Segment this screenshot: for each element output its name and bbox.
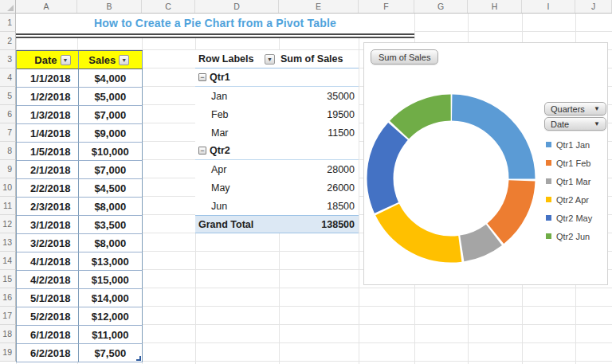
- sales-cell[interactable]: $7,000: [79, 161, 143, 179]
- pivot-value[interactable]: 138500: [279, 219, 359, 230]
- sales-cell[interactable]: $5,000: [79, 88, 143, 106]
- donut-chart[interactable]: [365, 92, 537, 264]
- pivot-label[interactable]: Jun: [211, 201, 227, 212]
- legend-item-qtr1-mar[interactable]: Qtr1 Mar: [546, 172, 592, 190]
- column-header-d[interactable]: D: [195, 0, 279, 13]
- row-header-16[interactable]: 16: [0, 288, 16, 307]
- filter-dropdown-icon[interactable]: ▼: [61, 55, 71, 65]
- pivot-label[interactable]: Qtr2: [210, 145, 230, 156]
- date-cell[interactable]: 5/2/2018: [17, 307, 79, 326]
- column-header-e[interactable]: E: [279, 0, 359, 13]
- row-header-17[interactable]: 17: [0, 307, 16, 325]
- pivot-value[interactable]: 19500: [279, 109, 359, 120]
- row-header-1[interactable]: 1: [0, 14, 16, 32]
- pivot-value[interactable]: 11500: [279, 127, 359, 139]
- sales-cell[interactable]: $8,000: [79, 234, 143, 252]
- date-cell[interactable]: 5/1/2018: [17, 289, 79, 307]
- sales-cell[interactable]: $13,000: [79, 252, 143, 271]
- pivot-label[interactable]: Qtr1: [210, 72, 230, 83]
- row-header-12[interactable]: 12: [0, 215, 16, 233]
- pivot-label[interactable]: Apr: [211, 164, 226, 175]
- sales-cell[interactable]: $9,000: [79, 124, 143, 143]
- row-labels-header[interactable]: Row Labels: [198, 53, 253, 65]
- legend-item-qtr1-jan[interactable]: Qtr1 Jan: [546, 135, 592, 154]
- date-cell[interactable]: 1/5/2018: [17, 143, 79, 161]
- pivot-value[interactable]: 28000: [279, 164, 359, 175]
- sales-cell[interactable]: $7,500: [79, 344, 143, 362]
- row-header-11[interactable]: 11: [0, 197, 16, 215]
- date-field-button[interactable]: Date ▼: [544, 117, 606, 131]
- row-header-15[interactable]: 15: [0, 270, 16, 288]
- date-cell[interactable]: 1/4/2018: [17, 124, 79, 143]
- pivot-label[interactable]: May: [211, 182, 230, 194]
- sales-column-header[interactable]: Sales ▼: [79, 51, 143, 69]
- legend-label: Qtr1 Jan: [556, 140, 590, 150]
- sales-cell[interactable]: $10,000: [79, 143, 143, 161]
- sales-cell[interactable]: $14,000: [79, 289, 143, 307]
- date-cell[interactable]: 1/1/2018: [17, 69, 79, 88]
- date-cell[interactable]: 6/2/2018: [17, 344, 79, 362]
- sales-cell[interactable]: $15,000: [79, 271, 143, 289]
- date-cell[interactable]: 1/2/2018: [17, 88, 79, 106]
- row-header-2[interactable]: 2: [0, 32, 16, 50]
- row-header-3[interactable]: 3: [0, 50, 16, 68]
- date-cell[interactable]: 3/1/2018: [17, 216, 79, 234]
- pivot-label[interactable]: Grand Total: [198, 219, 253, 230]
- column-header-b[interactable]: B: [77, 0, 142, 13]
- pivot-chart-area[interactable]: Sum of Sales Quarters ▼ Date ▼ Qtr1 JanQ…: [363, 42, 608, 285]
- date-column-header[interactable]: Date ▼: [17, 51, 79, 69]
- legend-item-qtr2-may[interactable]: Qtr2 May: [546, 209, 592, 227]
- row-header-18[interactable]: 18: [0, 325, 16, 343]
- date-cell[interactable]: 1/3/2018: [17, 106, 79, 124]
- row-header-13[interactable]: 13: [0, 233, 16, 252]
- date-cell[interactable]: 2/3/2018: [17, 198, 79, 216]
- row-header-4[interactable]: 4: [0, 68, 16, 87]
- sales-cell[interactable]: $7,000: [79, 106, 143, 124]
- pivot-value[interactable]: 35000: [279, 91, 359, 102]
- pivot-label[interactable]: Mar: [211, 127, 229, 139]
- collapse-icon[interactable]: −: [198, 73, 206, 81]
- pivot-label[interactable]: Feb: [211, 109, 229, 120]
- collapse-icon[interactable]: −: [198, 147, 206, 155]
- column-header-c[interactable]: C: [142, 0, 195, 13]
- sales-cell[interactable]: $8,000: [79, 198, 143, 216]
- sales-cell[interactable]: $11,000: [79, 326, 143, 344]
- row-header-7[interactable]: 7: [0, 123, 16, 142]
- pivot-value[interactable]: 26000: [279, 182, 359, 194]
- quarters-field-button[interactable]: Quarters ▼: [544, 102, 606, 115]
- filter-dropdown-icon[interactable]: ▼: [119, 55, 129, 65]
- row-header-6[interactable]: 6: [0, 105, 16, 123]
- select-all-corner[interactable]: [0, 0, 16, 13]
- pivot-value[interactable]: 18500: [279, 201, 359, 212]
- column-header-g[interactable]: G: [414, 0, 468, 13]
- table-resize-handle[interactable]: [136, 356, 141, 361]
- row-header-5[interactable]: 5: [0, 87, 16, 105]
- column-header-f[interactable]: F: [359, 0, 414, 13]
- row-header-10[interactable]: 10: [0, 178, 16, 197]
- column-header-h[interactable]: H: [468, 0, 522, 13]
- column-header-a[interactable]: A: [16, 0, 77, 13]
- date-cell[interactable]: 4/2/2018: [17, 271, 79, 289]
- legend-item-qtr2-jun[interactable]: Qtr2 Jun: [546, 227, 592, 245]
- sales-cell[interactable]: $12,000: [79, 307, 143, 326]
- legend-item-qtr2-apr[interactable]: Qtr2 Apr: [546, 190, 592, 209]
- date-cell[interactable]: 4/1/2018: [17, 252, 79, 271]
- date-cell[interactable]: 6/1/2018: [17, 326, 79, 344]
- row-header-9[interactable]: 9: [0, 160, 16, 178]
- row-header-8[interactable]: 8: [0, 142, 16, 160]
- sales-cell[interactable]: $4,000: [79, 69, 143, 88]
- date-cell[interactable]: 3/2/2018: [17, 234, 79, 252]
- column-header-i[interactable]: I: [522, 0, 575, 13]
- sum-of-sales-header[interactable]: Sum of Sales: [279, 53, 359, 65]
- date-cell[interactable]: 2/2/2018: [17, 179, 79, 198]
- sales-cell[interactable]: $4,500: [79, 179, 143, 198]
- row-labels-dropdown-icon[interactable]: ▼: [265, 54, 275, 65]
- pivot-label[interactable]: Jan: [211, 91, 227, 102]
- sales-cell[interactable]: $3,500: [79, 216, 143, 234]
- legend-item-qtr1-feb[interactable]: Qtr1 Feb: [546, 154, 592, 172]
- column-header-j[interactable]: J: [575, 0, 612, 13]
- date-cell[interactable]: 2/1/2018: [17, 161, 79, 179]
- row-header-19[interactable]: 19: [0, 343, 16, 362]
- value-field-button[interactable]: Sum of Sales: [371, 49, 438, 65]
- row-header-14[interactable]: 14: [0, 252, 16, 270]
